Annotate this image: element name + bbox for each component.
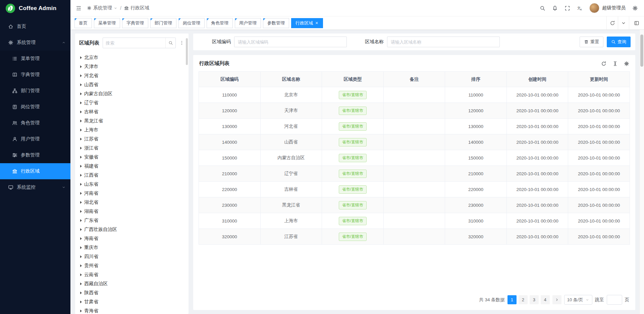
- table-row[interactable]: 230000黑龙江省省市/直辖市2300002020-10-01 00:00:0…: [199, 197, 630, 213]
- tree-item[interactable]: 安徽省: [75, 152, 189, 162]
- table-row[interactable]: 310000上海市省市/直辖市3100002020-10-01 00:00:00…: [199, 213, 630, 229]
- tree-item[interactable]: 上海市: [75, 125, 189, 134]
- table-row[interactable]: 220000吉林省省市/直辖市2200002020-10-01 00:00:00…: [199, 182, 630, 197]
- sidebar-item[interactable]: 行政区域: [0, 163, 70, 179]
- tree-item-label: 广西壮族自治区: [84, 227, 117, 233]
- tree-item[interactable]: 西藏自治区: [75, 279, 189, 288]
- next-page-button[interactable]: [552, 295, 561, 304]
- sidebar-item[interactable]: 角色管理: [0, 115, 70, 131]
- settings-gear-icon[interactable]: [624, 61, 629, 66]
- region-name-input[interactable]: [387, 37, 500, 47]
- sidebar-item[interactable]: 系统监控: [0, 179, 70, 195]
- reset-button[interactable]: 重置: [580, 37, 603, 47]
- table-row[interactable]: 140000山西省省市/直辖市1400002020-10-01 00:00:00…: [199, 134, 630, 150]
- layout-icon[interactable]: [629, 20, 644, 26]
- tree-search-input[interactable]: [103, 41, 165, 46]
- tab[interactable]: 岗位管理: [178, 18, 205, 28]
- refresh-icon[interactable]: [606, 16, 618, 29]
- tab[interactable]: 部门管理: [150, 18, 176, 28]
- user-menu[interactable]: 超级管理员: [589, 3, 626, 13]
- tree-item[interactable]: 青海省: [75, 306, 189, 314]
- tree-item[interactable]: 重庆市: [75, 243, 189, 252]
- table-row[interactable]: 150000内蒙古自治区省市/直辖市1500002020-10-01 00:00…: [199, 150, 630, 166]
- tree-scrollbar-thumb[interactable]: [186, 38, 188, 65]
- tree-item[interactable]: 湖北省: [75, 198, 189, 207]
- tree-item[interactable]: 浙江省: [75, 143, 189, 152]
- tree-item[interactable]: 甘肃省: [75, 297, 189, 306]
- caret-right-icon: [80, 237, 82, 240]
- sidebar-item[interactable]: 菜单管理: [0, 51, 70, 67]
- tree-item[interactable]: 山西省: [75, 80, 189, 89]
- tree-item[interactable]: 北京市: [75, 53, 189, 62]
- tab-label: 角色管理: [211, 20, 228, 26]
- page-button[interactable]: 1: [507, 295, 517, 304]
- tree-item[interactable]: 江西省: [75, 171, 189, 180]
- tree-item[interactable]: 内蒙古自治区: [75, 89, 189, 98]
- tree-item[interactable]: 福建省: [75, 162, 189, 171]
- bell-icon[interactable]: [552, 5, 558, 11]
- tree-item[interactable]: 云南省: [75, 270, 189, 279]
- translate-icon[interactable]: 文A: [577, 5, 583, 11]
- search-icon[interactable]: [165, 38, 175, 48]
- page-scrollbar[interactable]: [639, 30, 644, 314]
- sidebar-item[interactable]: 用户管理: [0, 131, 70, 147]
- breadcrumb-section[interactable]: 系统管理: [87, 5, 117, 11]
- tab[interactable]: 菜单管理: [94, 18, 120, 28]
- tab[interactable]: 用户管理: [235, 18, 261, 28]
- cell-remark: [383, 150, 445, 166]
- more-options-icon[interactable]: [179, 40, 184, 46]
- page-button[interactable]: 2: [519, 295, 528, 304]
- refresh-icon[interactable]: [601, 61, 606, 66]
- menu-fold-icon[interactable]: [76, 5, 82, 11]
- tree-item[interactable]: 黑龙江省: [75, 116, 189, 125]
- tree-item[interactable]: 贵州省: [75, 261, 189, 270]
- tree-item[interactable]: 天津市: [75, 62, 189, 71]
- caret-right-icon: [80, 165, 82, 168]
- sidebar-item[interactable]: 参数管理: [0, 147, 70, 163]
- sidebar-item[interactable]: 岗位管理: [0, 99, 70, 115]
- table-header-row: 区域编码区域名称区域类型备注排序创建时间更新时间: [199, 72, 630, 87]
- query-button[interactable]: 查询: [607, 37, 631, 47]
- main-area: 系统管理 / 行政区域 文A 超级管理员 首页菜单管理字典管理部门管理岗位管理角…: [70, 0, 644, 314]
- search-icon[interactable]: [540, 5, 545, 11]
- table-row[interactable]: 120000天津市省市/直辖市1200002020-10-01 00:00:00…: [199, 103, 630, 119]
- jump-page-input[interactable]: [607, 295, 622, 305]
- page-button[interactable]: 4: [541, 295, 550, 304]
- chevron-down-icon[interactable]: [618, 16, 629, 29]
- tab[interactable]: 角色管理: [207, 18, 233, 28]
- tab[interactable]: 字典管理: [122, 18, 148, 28]
- tree-item[interactable]: 湖南省: [75, 207, 189, 216]
- scrollbar-thumb[interactable]: [640, 35, 643, 67]
- tree-item[interactable]: 辽宁省: [75, 98, 189, 107]
- tree-item[interactable]: 陕西省: [75, 288, 189, 297]
- settings-gear-icon[interactable]: [632, 5, 638, 11]
- tree-item[interactable]: 广西壮族自治区: [75, 225, 189, 234]
- fullscreen-icon[interactable]: [565, 5, 570, 11]
- page-button[interactable]: 3: [530, 295, 539, 304]
- sidebar-item[interactable]: 系统管理: [0, 35, 70, 51]
- cell-code: 150000: [199, 150, 261, 166]
- region-type-badge: 省市/直辖市: [339, 185, 367, 194]
- table-row[interactable]: 320000江苏省省市/直辖市3200002020-10-01 00:00:00…: [199, 229, 630, 245]
- tree-item[interactable]: 四川省: [75, 252, 189, 261]
- tree-item[interactable]: 广东省: [75, 216, 189, 225]
- tree-item[interactable]: 江苏省: [75, 134, 189, 143]
- table-row[interactable]: 110000北京市省市/直辖市1100002020-10-01 00:00:00…: [199, 87, 630, 103]
- sidebar-item[interactable]: 部门管理: [0, 83, 70, 99]
- table-row[interactable]: 130000河北省省市/直辖市1300002020-10-01 00:00:00…: [199, 119, 630, 134]
- sidebar-item[interactable]: 首页: [0, 18, 70, 35]
- tab[interactable]: 首页: [74, 18, 92, 28]
- sidebar-item[interactable]: 字典管理: [0, 67, 70, 83]
- row-height-icon[interactable]: [612, 61, 618, 66]
- table-row[interactable]: 210000辽宁省省市/直辖市2100002020-10-01 00:00:00…: [199, 166, 630, 182]
- tree-item[interactable]: 海南省: [75, 234, 189, 243]
- region-code-input[interactable]: [234, 37, 347, 47]
- tree-item[interactable]: 吉林省: [75, 107, 189, 116]
- tree-item[interactable]: 河南省: [75, 189, 189, 198]
- tab[interactable]: 行政区域: [291, 18, 323, 28]
- tab[interactable]: 参数管理: [263, 18, 289, 28]
- tree-item[interactable]: 河北省: [75, 71, 189, 80]
- tab-close-icon[interactable]: [315, 21, 319, 25]
- page-size-select[interactable]: 10 条/页: [564, 295, 592, 305]
- tree-item[interactable]: 山东省: [75, 180, 189, 189]
